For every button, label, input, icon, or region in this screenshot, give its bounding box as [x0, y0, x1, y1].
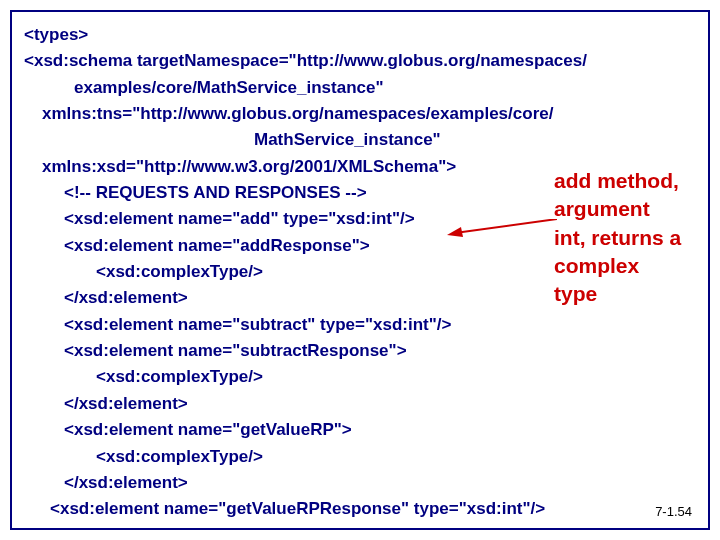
code-frame: <types> <xsd:schema targetNamespace="htt… — [10, 10, 710, 530]
code-line: </xsd:element> — [24, 470, 696, 496]
annotation-text: add method, argument int, returns a comp… — [554, 167, 684, 309]
code-line: MathService_instance" — [24, 127, 696, 153]
code-line: <xsd:element name="subtract" type="xsd:i… — [24, 312, 696, 338]
code-line: <xsd:element name="subtractResponse"> — [24, 338, 696, 364]
slide-number: 7-1.54 — [655, 502, 692, 522]
code-line: <xsd:schema targetNamespace="http://www.… — [24, 48, 696, 74]
code-line: examples/core/MathService_instance" — [24, 75, 696, 101]
code-line: <xsd:element name="getValueRPResponse" t… — [24, 496, 696, 522]
code-line: </xsd:element> — [24, 391, 696, 417]
code-line: xmlns:tns="http://www.globus.org/namespa… — [24, 101, 696, 127]
code-line: <types> — [24, 22, 696, 48]
code-line: <xsd:complexType/> — [24, 444, 696, 470]
code-line: <xsd:complexType/> — [24, 364, 696, 390]
code-line: <xsd:element name="getValueRP"> — [24, 417, 696, 443]
